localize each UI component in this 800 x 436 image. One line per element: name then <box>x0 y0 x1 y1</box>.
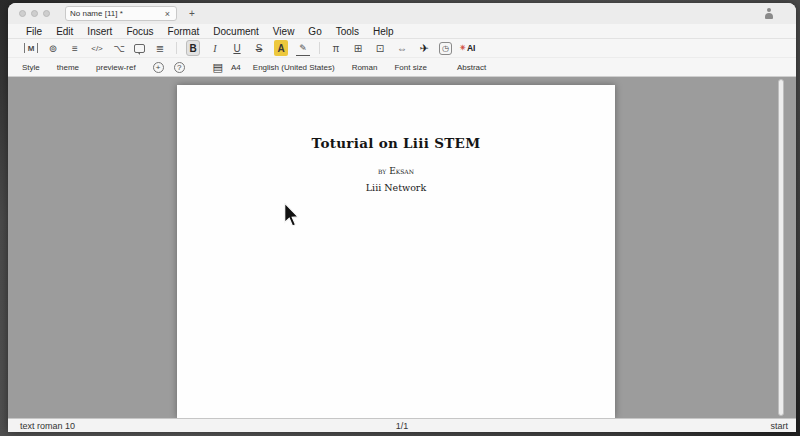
insert-table-icon[interactable]: ⊞ <box>351 40 365 56</box>
tab-bar: No name [11] * × + <box>8 3 796 24</box>
menu-file[interactable]: File <box>18 26 49 37</box>
menu-document[interactable]: Document <box>206 26 266 37</box>
document-tab[interactable]: No name [11] * × <box>65 6 177 21</box>
underline-button[interactable]: U <box>230 40 244 56</box>
menu-edit[interactable]: Edit <box>49 26 80 37</box>
close-window-button[interactable] <box>19 10 26 17</box>
clock-icon[interactable]: ◷ <box>439 42 452 55</box>
app-window: No name [11] * × + File Edit Insert Focu… <box>8 3 796 432</box>
document-canvas[interactable]: Toturial on Liii STEM by Eksan Liii Netw… <box>8 77 796 418</box>
highlight-color-button[interactable]: A <box>274 40 288 56</box>
vertical-scrollbar[interactable] <box>778 79 784 416</box>
font-button[interactable]: Roman <box>352 63 378 72</box>
document-byline: by Eksan <box>177 166 615 176</box>
menu-focus[interactable]: Focus <box>119 26 160 37</box>
italic-button[interactable]: I <box>208 40 222 56</box>
font-size-button[interactable]: Font size <box>394 63 426 72</box>
menu-help[interactable]: Help <box>366 26 401 37</box>
tab-title: No name [11] * <box>70 9 163 18</box>
compass-icon[interactable]: ⊚ <box>46 40 60 56</box>
style-button[interactable]: Style <box>22 63 40 72</box>
tab-close-icon[interactable]: × <box>163 9 172 19</box>
mode-icon[interactable]: M <box>24 43 38 53</box>
paper-size-button[interactable]: A4 <box>231 63 241 72</box>
preview-ref-button[interactable]: preview-ref <box>96 63 136 72</box>
new-tab-button[interactable]: + <box>185 8 199 19</box>
document-affiliation: Liii Network <box>177 182 615 193</box>
help-icon[interactable]: ? <box>174 62 185 73</box>
outline-tree-icon[interactable]: ⌥ <box>112 40 126 56</box>
sparkle-icon: ✳ <box>460 44 466 52</box>
language-button[interactable]: English (United States) <box>253 63 335 72</box>
user-account-icon[interactable] <box>764 8 774 19</box>
abstract-button[interactable]: Abstract <box>457 63 486 72</box>
window-controls <box>19 10 50 17</box>
menu-tools[interactable]: Tools <box>329 26 366 37</box>
page-layout-icon[interactable]: ▤ <box>213 61 223 74</box>
menu-go[interactable]: Go <box>301 26 328 37</box>
ai-assistant-button[interactable]: ✳ AI <box>460 40 475 56</box>
pen-color-icon[interactable]: ✎ <box>296 40 310 56</box>
insert-link-icon[interactable]: ⇔ <box>395 40 409 56</box>
menu-bar: File Edit Insert Focus Format Document V… <box>8 24 796 38</box>
document-page[interactable]: Toturial on Liii STEM by Eksan Liii Netw… <box>177 85 615 418</box>
bold-button[interactable]: B <box>186 40 200 56</box>
status-bar: text roman 10 1/1 start <box>8 418 796 432</box>
code-icon[interactable]: </> <box>90 40 104 56</box>
toolbar-divider <box>176 42 177 54</box>
send-plane-icon[interactable]: ✈ <box>417 40 431 56</box>
document-properties-toolbar: Style theme preview-ref + ? ▤ A4 English… <box>8 58 796 77</box>
add-package-icon[interactable]: + <box>153 62 164 73</box>
main-toolbar: M ⊚ ≡ </> ⌥ ≣ B I U S A ✎ π ⊞ ⊡ ⇔ ✈ ◷ ✳ … <box>8 38 796 58</box>
paragraph-lines-icon[interactable]: ≣ <box>153 40 167 56</box>
menu-view[interactable]: View <box>266 26 302 37</box>
document-title: Toturial on Liii STEM <box>177 135 615 151</box>
strikethrough-button[interactable]: S <box>252 40 266 56</box>
toolbar-divider <box>319 42 320 54</box>
math-formula-icon[interactable]: π <box>329 40 343 56</box>
menu-format[interactable]: Format <box>161 26 207 37</box>
page-indicator: 1/1 <box>8 421 796 431</box>
menu-insert[interactable]: Insert <box>80 26 119 37</box>
minimize-window-button[interactable] <box>31 10 38 17</box>
theme-button[interactable]: theme <box>57 63 79 72</box>
itemize-icon[interactable]: ≡ <box>68 40 82 56</box>
insert-image-icon[interactable]: ⊡ <box>373 40 387 56</box>
zoom-window-button[interactable] <box>43 10 50 17</box>
comment-icon[interactable] <box>134 44 145 53</box>
ai-label: AI <box>467 43 476 53</box>
